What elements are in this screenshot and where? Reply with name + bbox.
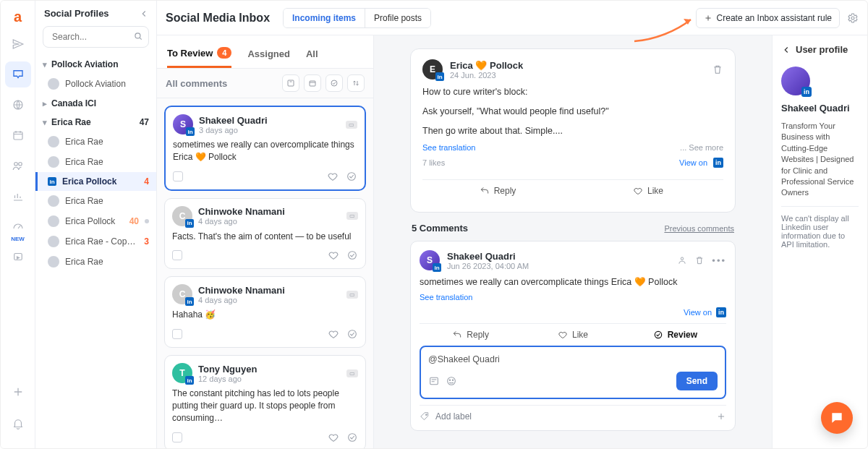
check-circle-icon[interactable] <box>346 328 358 340</box>
mark-reviewed-icon[interactable] <box>326 74 343 92</box>
sort-icon[interactable] <box>347 74 365 92</box>
avatar-icon: Cin <box>172 206 192 226</box>
previous-comments-link[interactable]: Previous comments <box>664 224 734 233</box>
add-label-plus-icon[interactable] <box>716 411 726 422</box>
comment-review-button[interactable]: Review <box>624 330 726 340</box>
comment-reply-button[interactable]: Reply <box>420 330 522 340</box>
checkbox[interactable] <box>172 250 182 260</box>
see-translation-link[interactable]: See translation <box>420 293 472 302</box>
check-circle-icon[interactable] <box>346 249 358 261</box>
checkbox[interactable] <box>172 329 182 339</box>
svg-rect-4 <box>14 254 22 260</box>
collapse-icon[interactable] <box>139 9 149 19</box>
template-icon[interactable] <box>428 375 440 387</box>
rail-inbox-icon[interactable] <box>5 61 31 87</box>
rail-people-icon[interactable] <box>5 153 31 179</box>
profile-item[interactable]: Erica Pollock40 <box>35 211 156 231</box>
create-rule-button[interactable]: Create an Inbox assistant rule <box>696 8 840 28</box>
likes-count: 7 likes <box>422 158 445 167</box>
emoji-icon[interactable] <box>446 375 457 387</box>
rail-library-icon[interactable] <box>5 244 31 270</box>
inbox-card[interactable]: Tin Tony Nguyen12 days ago ▭ The constan… <box>164 355 366 448</box>
chat-fab[interactable] <box>821 402 853 434</box>
profile-item[interactable]: Erica Rae <box>35 132 156 152</box>
view-on-link[interactable]: View on <box>679 158 707 167</box>
rail-globe-icon[interactable] <box>5 92 31 118</box>
user-profile-back[interactable]: User profile <box>781 44 859 55</box>
assign-icon[interactable] <box>677 255 687 266</box>
svg-rect-1 <box>14 132 22 140</box>
checkbox[interactable] <box>172 432 182 442</box>
see-more[interactable]: ... See more <box>680 143 723 152</box>
view-toggle-icon[interactable] <box>282 74 299 92</box>
trash-icon[interactable] <box>712 64 723 75</box>
comment-like-button[interactable]: Like <box>522 330 624 340</box>
reply-text[interactable]: @Shakeel Quadri <box>428 354 718 364</box>
comments-heading: 5 Comments <box>412 223 468 234</box>
svg-point-6 <box>851 17 854 20</box>
tag-chip-icon: ▭ <box>346 121 357 129</box>
rail-send-icon[interactable] <box>5 31 31 57</box>
to-review-count: 4 <box>217 47 231 59</box>
profile-item[interactable]: Erica Rae <box>35 152 156 172</box>
linkedin-icon: in <box>185 297 194 306</box>
profile-name: Shakeel Quadri <box>781 103 859 114</box>
inbox-card[interactable]: Cin Chinwoke Nnamani4 days ago ▭ Hahaha … <box>164 276 366 348</box>
comment-body: sometimes we really can overcomplicate t… <box>420 276 726 287</box>
group-erica-rae[interactable]: ▾Erica Rae47 <box>35 113 156 132</box>
date-filter-icon[interactable] <box>304 74 321 92</box>
profile-item[interactable]: Erica Rae - Copywriter ...3 <box>35 231 156 252</box>
profile-avatar: in <box>781 67 810 95</box>
inbox-card[interactable]: Cin Chinwoke Nnamani4 days ago ▭ Facts. … <box>164 198 366 270</box>
post-date: 24 Jun. 2023 <box>450 71 523 80</box>
search-icon[interactable] <box>133 31 143 41</box>
group-canada-ici[interactable]: ▸Canada ICI <box>35 94 156 113</box>
check-circle-icon[interactable] <box>346 432 358 443</box>
trash-icon[interactable] <box>694 255 705 266</box>
tag-chip-icon: ▭ <box>346 212 358 220</box>
rail-analytics-icon[interactable] <box>5 183 31 209</box>
avatar-icon: Cin <box>172 284 192 304</box>
view-on-link[interactable]: View on <box>684 308 712 317</box>
tab-assigned[interactable]: Assigned <box>247 43 290 68</box>
rail-bell-icon[interactable] <box>5 411 31 437</box>
inbox-card[interactable]: Sin Shakeel Quadri3 days ago ▭ sometimes… <box>164 106 366 191</box>
profile-item[interactable]: Erica Rae <box>35 252 156 272</box>
profile-note: We can't display all Linkedin user infor… <box>781 206 859 249</box>
seg-incoming[interactable]: Incoming items <box>284 9 365 27</box>
profile-item-active[interactable]: inErica Pollock4 <box>35 172 156 191</box>
tab-to-review[interactable]: To Review4 <box>167 43 231 68</box>
rail-calendar-icon[interactable] <box>5 122 31 148</box>
profile-item[interactable]: Erica Rae <box>35 191 156 211</box>
see-translation-link[interactable]: See translation <box>422 143 475 152</box>
svg-point-15 <box>655 332 661 338</box>
more-icon[interactable]: ••• <box>712 255 726 266</box>
svg-point-17 <box>448 377 456 385</box>
profiles-title: Social Profiles <box>44 8 109 19</box>
add-label-text[interactable]: Add label <box>435 411 472 422</box>
linkedin-icon: in <box>185 219 194 228</box>
avatar-icon <box>48 78 59 90</box>
send-button[interactable]: Send <box>676 372 718 390</box>
rail-add-icon[interactable] <box>5 379 31 405</box>
svg-point-20 <box>425 414 427 416</box>
heart-icon[interactable] <box>327 171 339 182</box>
seg-profile-posts[interactable]: Profile posts <box>365 9 430 27</box>
gear-icon[interactable] <box>847 12 859 24</box>
tag-icon <box>420 411 430 422</box>
heart-icon[interactable] <box>328 249 339 261</box>
user-profile-panel: User profile in Shakeel Quadri Transform… <box>772 35 867 448</box>
check-circle-icon[interactable] <box>346 171 357 182</box>
checkbox[interactable] <box>173 171 183 181</box>
avatar-icon <box>48 215 59 227</box>
heart-icon[interactable] <box>328 432 339 443</box>
profile-item[interactable]: Pollock Aviation <box>35 74 156 94</box>
post-like-button[interactable]: Like <box>573 180 723 202</box>
group-pollock-aviation[interactable]: ▾Pollock Aviation <box>35 55 156 74</box>
inbox-list: To Review4 Assigned All All comments <box>157 35 374 448</box>
tab-all[interactable]: All <box>306 43 318 68</box>
post-reply-button[interactable]: Reply <box>422 180 573 202</box>
heart-icon[interactable] <box>328 328 339 340</box>
linkedin-icon: in <box>713 158 723 168</box>
rail-gauge-icon[interactable]: NEW <box>5 213 31 239</box>
